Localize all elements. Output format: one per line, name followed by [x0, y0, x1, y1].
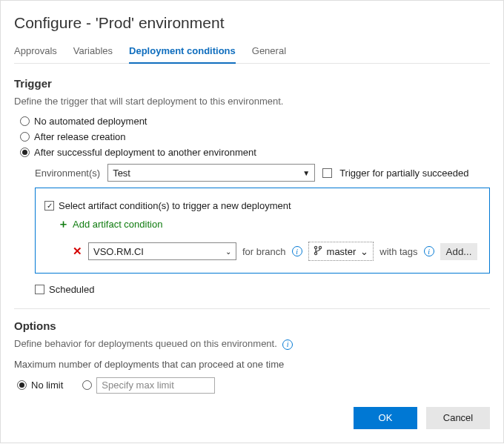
- plus-icon: ＋: [58, 217, 69, 231]
- ok-button[interactable]: OK: [354, 407, 417, 429]
- tab-approvals[interactable]: Approvals: [14, 42, 57, 63]
- radio-label: No automated deployment: [34, 116, 147, 127]
- info-icon[interactable]: i: [424, 246, 434, 256]
- dialog-buttons: OK Cancel: [14, 407, 490, 429]
- radio-after-success[interactable]: After successful deployment to another e…: [20, 147, 490, 158]
- artifact-condition-row: ✕ VSO.RM.CI ⌄ for branch i master ⌄ with…: [73, 242, 480, 261]
- for-branch-label: for branch: [242, 246, 286, 257]
- artifact-source-value: VSO.RM.CI: [93, 246, 144, 257]
- tab-deployment-conditions[interactable]: Deployment conditions: [129, 42, 236, 64]
- chevron-down-icon: ⌄: [225, 248, 231, 256]
- info-icon[interactable]: i: [292, 246, 302, 256]
- add-artifact-label: Add artifact condition: [73, 219, 162, 230]
- chevron-down-icon: ⌄: [360, 246, 368, 257]
- dialog-title: Configure - 'Prod' environment: [14, 14, 490, 32]
- trigger-header: Trigger: [14, 77, 490, 90]
- tab-general[interactable]: General: [252, 42, 286, 63]
- select-artifact-row[interactable]: Select artifact condition(s) to trigger …: [44, 200, 480, 211]
- branch-icon: [314, 245, 322, 258]
- scheduled-checkbox[interactable]: [35, 285, 44, 294]
- radio-label: After release creation: [34, 131, 126, 142]
- no-limit-label: No limit: [31, 380, 63, 391]
- specify-placeholder: Specify max limit: [102, 380, 174, 391]
- max-label: Maximum number of deployments that can p…: [14, 359, 490, 370]
- radio-icon: [20, 132, 30, 142]
- options-desc: Define behavior for deployments queued o…: [14, 338, 490, 350]
- scheduled-row[interactable]: Scheduled: [35, 284, 490, 295]
- tab-bar: Approvals Variables Deployment condition…: [14, 42, 490, 64]
- trigger-partial-label: Trigger for partially succeeded: [339, 168, 468, 179]
- add-artifact-condition[interactable]: ＋ Add artifact condition: [58, 217, 480, 231]
- branch-value: master: [327, 246, 357, 257]
- chevron-down-icon: ▼: [302, 169, 310, 177]
- tab-variables[interactable]: Variables: [73, 42, 113, 63]
- env-label: Environment(s): [35, 168, 100, 179]
- remove-condition-icon[interactable]: ✕: [73, 245, 82, 258]
- radio-icon: [20, 116, 30, 126]
- cancel-button[interactable]: Cancel: [426, 407, 490, 429]
- options-desc-text: Define behavior for deployments queued o…: [14, 338, 277, 349]
- select-artifact-label: Select artifact condition(s) to trigger …: [59, 200, 291, 211]
- svg-point-0: [314, 246, 316, 248]
- environments-row: Environment(s) Test ▼ Trigger for partia…: [35, 164, 490, 182]
- specify-limit-input[interactable]: Specify max limit: [96, 377, 215, 394]
- with-tags-label: with tags: [379, 246, 417, 257]
- env-value: Test: [113, 168, 130, 179]
- radio-specify-limit[interactable]: Specify max limit: [82, 377, 215, 394]
- artifact-source-dropdown[interactable]: VSO.RM.CI ⌄: [88, 242, 236, 260]
- svg-point-2: [314, 252, 316, 254]
- svg-point-1: [319, 246, 321, 248]
- env-dropdown[interactable]: Test ▼: [107, 164, 315, 182]
- info-icon[interactable]: i: [282, 339, 293, 350]
- artifact-condition-box: Select artifact condition(s) to trigger …: [35, 188, 490, 274]
- trigger-desc: Define the trigger that will start deplo…: [14, 96, 490, 107]
- radio-label: After successful deployment to another e…: [34, 147, 256, 158]
- trigger-partial-checkbox[interactable]: [322, 168, 332, 178]
- branch-picker[interactable]: master ⌄: [308, 242, 374, 261]
- options-header: Options: [14, 308, 490, 332]
- scheduled-label: Scheduled: [49, 284, 94, 295]
- radio-after-release[interactable]: After release creation: [20, 131, 490, 142]
- radio-icon: [82, 380, 92, 390]
- radio-no-automated[interactable]: No automated deployment: [20, 116, 490, 127]
- radio-icon: [20, 148, 30, 157]
- select-artifact-checkbox[interactable]: [44, 201, 54, 211]
- configure-dialog: Configure - 'Prod' environment Approvals…: [0, 0, 504, 443]
- max-deployments-row: No limit Specify max limit: [17, 377, 490, 394]
- radio-no-limit[interactable]: No limit: [17, 380, 63, 391]
- add-tags-button[interactable]: Add...: [440, 243, 478, 260]
- radio-icon: [17, 380, 27, 390]
